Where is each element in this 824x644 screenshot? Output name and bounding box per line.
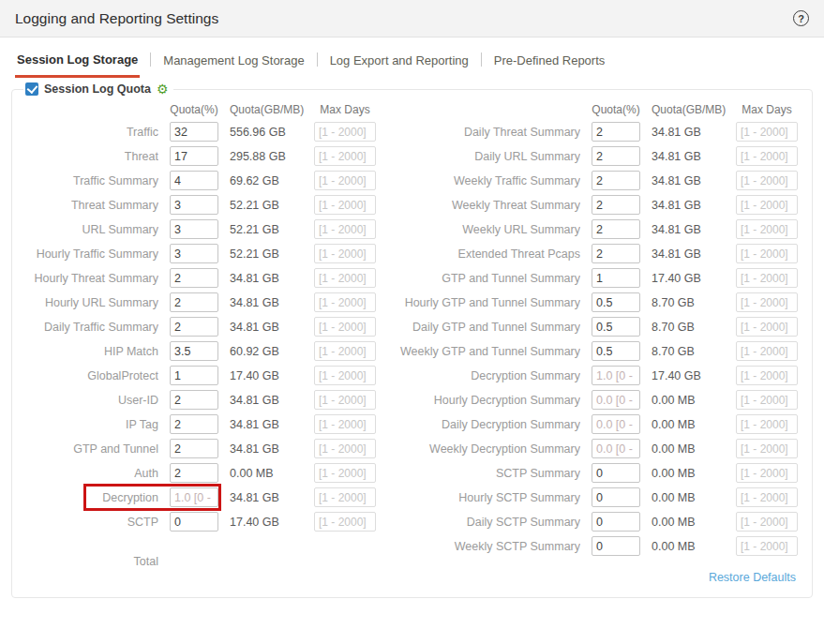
quota-percent-input[interactable] xyxy=(170,439,218,458)
max-days-input[interactable] xyxy=(314,512,376,532)
quota-percent-input[interactable] xyxy=(170,195,218,215)
quota-percent-input[interactable] xyxy=(592,171,640,190)
help-icon[interactable]: ? xyxy=(793,10,809,26)
col-header-quota-percent: Quota(%) xyxy=(170,103,218,116)
max-days-input[interactable] xyxy=(314,292,376,312)
row-label: Hourly SCTP Summary xyxy=(383,491,580,504)
quota-percent-input[interactable] xyxy=(592,219,640,239)
quota-percent-input[interactable] xyxy=(170,414,218,434)
max-days-input[interactable] xyxy=(314,244,376,263)
quota-percent-input[interactable] xyxy=(592,414,640,434)
log-quota-row: Daily Threat Summary 34.81 GB xyxy=(383,122,798,142)
max-days-input[interactable] xyxy=(736,195,798,215)
max-days-input[interactable] xyxy=(314,317,376,337)
quota-percent-input[interactable] xyxy=(170,292,218,312)
max-days-input[interactable] xyxy=(736,487,798,507)
max-days-input[interactable] xyxy=(314,487,376,507)
restore-defaults-link[interactable]: Restore Defaults xyxy=(383,571,798,584)
max-days-input[interactable] xyxy=(736,219,798,239)
max-days-input[interactable] xyxy=(314,366,376,385)
max-days-input[interactable] xyxy=(736,439,798,458)
quota-size-value: 0.00 MB xyxy=(652,442,725,456)
quota-size-value: 17.40 GB xyxy=(652,369,725,382)
max-days-input[interactable] xyxy=(736,414,798,434)
max-days-input[interactable] xyxy=(736,171,798,190)
quota-percent-input[interactable] xyxy=(170,268,218,288)
max-days-input[interactable] xyxy=(314,414,376,434)
quota-size-value: 556.96 GB xyxy=(230,126,303,139)
quota-percent-input[interactable] xyxy=(592,195,640,215)
quota-size-value: 0.00 MB xyxy=(652,418,725,431)
session-log-quota-section: Session Log Quota ⚙ Quota(%) Quota(GB/MB… xyxy=(11,82,813,598)
quota-percent-input[interactable] xyxy=(592,122,640,142)
row-label: Daily SCTP Summary xyxy=(383,516,580,529)
max-days-input[interactable] xyxy=(314,219,376,239)
quota-percent-input[interactable] xyxy=(170,244,218,263)
quota-size-value: 34.81 GB xyxy=(230,418,303,431)
max-days-input[interactable] xyxy=(314,390,376,410)
tab-management-log-storage[interactable]: Management Log Storage xyxy=(161,42,306,76)
quota-percent-input[interactable] xyxy=(592,317,640,337)
row-label: Auth xyxy=(20,467,158,480)
session-log-quota-checkbox[interactable] xyxy=(25,82,38,96)
row-label: SCTP Summary xyxy=(383,467,580,480)
quota-percent-input[interactable] xyxy=(592,512,640,532)
log-quota-row: Daily URL Summary 34.81 GB xyxy=(383,146,798,166)
max-days-input[interactable] xyxy=(736,317,798,337)
quota-percent-input[interactable] xyxy=(170,390,218,410)
quota-percent-input[interactable] xyxy=(592,439,640,458)
max-days-input[interactable] xyxy=(736,463,798,483)
col-header-max-days: Max Days xyxy=(736,103,798,116)
row-label: GlobalProtect xyxy=(20,369,158,382)
quota-percent-input[interactable] xyxy=(592,341,640,361)
max-days-input[interactable] xyxy=(736,366,798,385)
total-label: Total xyxy=(20,555,158,568)
quota-percent-input[interactable] xyxy=(592,390,640,410)
quota-percent-input[interactable] xyxy=(170,317,218,337)
max-days-input[interactable] xyxy=(314,146,376,166)
quota-percent-input[interactable] xyxy=(592,146,640,166)
max-days-input[interactable] xyxy=(314,122,376,142)
quota-percent-input[interactable] xyxy=(170,146,218,166)
tab-pre-defined-reports[interactable]: Pre-Defined Reports xyxy=(492,42,607,76)
quota-size-value: 34.81 GB xyxy=(652,174,725,187)
max-days-input[interactable] xyxy=(314,341,376,361)
quota-percent-input[interactable] xyxy=(592,463,640,483)
quota-percent-input[interactable] xyxy=(170,366,218,385)
quota-percent-input[interactable] xyxy=(170,219,218,239)
quota-percent-input[interactable] xyxy=(592,487,640,507)
max-days-input[interactable] xyxy=(736,268,798,288)
max-days-input[interactable] xyxy=(314,439,376,458)
row-label: URL Summary xyxy=(20,223,158,236)
tab-session-log-storage[interactable]: Session Log Storage xyxy=(15,41,140,78)
quota-percent-input[interactable] xyxy=(592,366,640,385)
quota-size-value: 34.81 GB xyxy=(652,126,725,139)
max-days-input[interactable] xyxy=(736,146,798,166)
quota-percent-input[interactable] xyxy=(170,341,218,361)
row-label: Threat Summary xyxy=(20,199,158,212)
quota-percent-input[interactable] xyxy=(170,512,218,532)
max-days-input[interactable] xyxy=(736,122,798,142)
max-days-input[interactable] xyxy=(736,292,798,312)
quota-percent-input[interactable] xyxy=(170,171,218,190)
quota-percent-input[interactable] xyxy=(592,536,640,556)
max-days-input[interactable] xyxy=(314,268,376,288)
quota-percent-input[interactable] xyxy=(170,122,218,142)
quota-percent-input[interactable] xyxy=(592,268,640,288)
row-label: Hourly Threat Summary xyxy=(20,272,158,285)
quota-size-value: 34.81 GB xyxy=(230,394,303,407)
max-days-input[interactable] xyxy=(314,171,376,190)
max-days-input[interactable] xyxy=(736,390,798,410)
quota-percent-input[interactable] xyxy=(592,244,640,263)
max-days-input[interactable] xyxy=(736,536,798,556)
quota-percent-input[interactable] xyxy=(170,463,218,483)
tab-log-export-and-reporting[interactable]: Log Export and Reporting xyxy=(328,42,471,76)
max-days-input[interactable] xyxy=(736,341,798,361)
gear-icon[interactable]: ⚙ xyxy=(157,82,169,96)
max-days-input[interactable] xyxy=(736,244,798,263)
max-days-input[interactable] xyxy=(314,195,376,215)
max-days-input[interactable] xyxy=(314,463,376,483)
quota-percent-input[interactable] xyxy=(170,487,218,507)
quota-percent-input[interactable] xyxy=(592,292,640,312)
max-days-input[interactable] xyxy=(736,512,798,532)
